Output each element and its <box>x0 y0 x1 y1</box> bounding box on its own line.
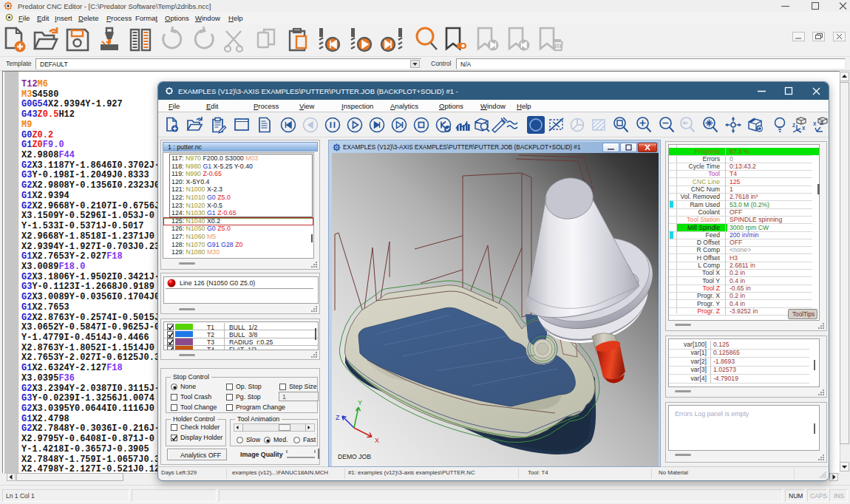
svg-text:Z: Z <box>820 120 823 126</box>
svg-text:Z: Z <box>336 414 340 421</box>
svg-text:X: X <box>375 437 379 444</box>
svg-text:DEMO JOB: DEMO JOB <box>338 453 371 460</box>
svg-text:X: X <box>802 126 806 131</box>
svg-text:X: X <box>813 121 817 126</box>
svg-text:Y: Y <box>358 399 362 406</box>
svg-text:Z: Z <box>792 123 795 128</box>
